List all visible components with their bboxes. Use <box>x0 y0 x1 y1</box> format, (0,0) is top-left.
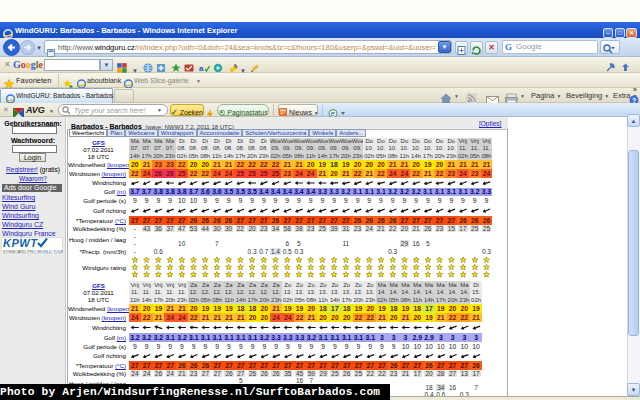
svg-text:e: e <box>331 110 335 117</box>
svg-text:a: a <box>199 64 204 73</box>
